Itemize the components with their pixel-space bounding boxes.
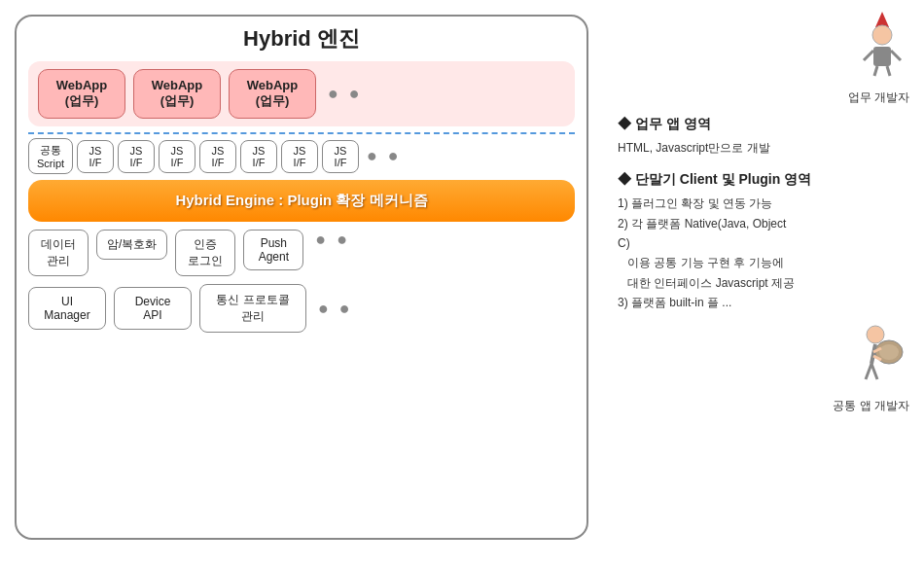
section2-item-3: 이용 공통 기능 구현 후 기능에: [618, 253, 909, 272]
section2-item-1: 2) 각 플랫폼 Native(Java, Object: [618, 214, 909, 233]
script-box: 공통 Script: [28, 138, 73, 174]
dashed-divider: [28, 132, 575, 134]
plugin-box-data: 데이터 관리: [28, 230, 89, 276]
hybrid-title: Hybrid 엔진: [28, 24, 575, 53]
bottom-box-device: Device API: [114, 287, 192, 330]
bottom-dots: ● ●: [318, 299, 353, 319]
plugin-box-auth: 인증 로그인: [175, 230, 235, 276]
jsif-box-3: JS I/F: [159, 140, 195, 173]
svg-point-1: [872, 25, 892, 45]
left-panel: Hybrid 엔진 WebApp (업무) WebApp (업무) WebApp…: [0, 0, 603, 568]
dev-figure-2: 공통 앱 개발자: [618, 323, 909, 416]
section2-item-0: 1) 플러그인 확장 및 연동 가능: [618, 194, 909, 213]
engine-bar: Hybrid Engine : Plugin 확장 메커니즘: [28, 180, 575, 222]
bottom-row: UI Manager Device API 통신 프로토콜 관리 ● ●: [28, 284, 575, 333]
svg-point-10: [879, 344, 899, 360]
webapp-box-3: WebApp (업무): [229, 69, 316, 119]
jsif-dots: ● ●: [367, 146, 402, 166]
right-panel: 업무 개발자 ◆ 업무 앱 영역 HTML, Javascript만으로 개발 …: [603, 0, 924, 568]
plugin-dots: ● ●: [315, 230, 350, 250]
plugin-row: 데이터 관리 암/복호화 인증 로그인 Push Agent ● ●: [28, 230, 575, 276]
jsif-box-7: JS I/F: [322, 140, 359, 173]
section2-title: ◆ 단말기 Client 및 Plugin 영역: [618, 168, 909, 190]
dev2-figure-svg: [846, 323, 909, 391]
jsif-box-1: JS I/F: [77, 140, 114, 173]
bottom-box-ui: UI Manager: [28, 287, 106, 330]
dev2-label: 공통 앱 개발자: [618, 397, 909, 415]
jsif-row: 공통 Script JS I/F JS I/F JS I/F JS I/F JS…: [28, 138, 575, 174]
section2-item-2: C): [618, 233, 909, 253]
svg-line-6: [887, 66, 890, 76]
jsif-box-2: JS I/F: [118, 140, 155, 173]
section2-body: 1) 플러그인 확장 및 연동 가능 2) 각 플랫폼 Native(Java,…: [618, 194, 909, 312]
jsif-box-6: JS I/F: [281, 140, 318, 173]
svg-line-13: [866, 364, 871, 379]
svg-point-7: [867, 326, 884, 343]
plugin-box-encrypt: 암/복호화: [96, 230, 167, 260]
svg-line-14: [871, 364, 877, 379]
section1-title: ◆ 업무 앱 영역: [618, 113, 909, 134]
section2-item-4: 대한 인터페이스 Javascript 제공: [618, 273, 909, 293]
section1-body: HTML, Javascript만으로 개발: [618, 138, 909, 158]
dev1-figure-svg: [856, 10, 909, 78]
svg-line-4: [891, 51, 901, 60]
plugin-box-push: Push Agent: [243, 230, 303, 270]
webapp-box-1: WebApp (업무): [38, 69, 125, 119]
section2-item-5: 3) 플랫폼 built-in 플 ...: [618, 293, 909, 312]
svg-line-8: [871, 344, 875, 364]
webapp-box-2: WebApp (업무): [133, 69, 221, 119]
webapp-row: WebApp (업무) WebApp (업무) WebApp (업무) ● ●: [28, 61, 575, 126]
dev1-label: 업무 개발자: [618, 89, 909, 107]
dev-figure-1: [618, 10, 909, 85]
svg-line-5: [874, 66, 877, 76]
hybrid-engine-box: Hybrid 엔진 WebApp (업무) WebApp (업무) WebApp…: [15, 15, 588, 540]
webapp-dots: ● ●: [328, 84, 363, 104]
jsif-box-4: JS I/F: [199, 140, 236, 173]
svg-line-3: [864, 51, 873, 60]
bottom-box-comms: 통신 프로토콜 관리: [199, 284, 306, 333]
jsif-box-5: JS I/F: [240, 140, 277, 173]
svg-rect-2: [873, 47, 891, 66]
